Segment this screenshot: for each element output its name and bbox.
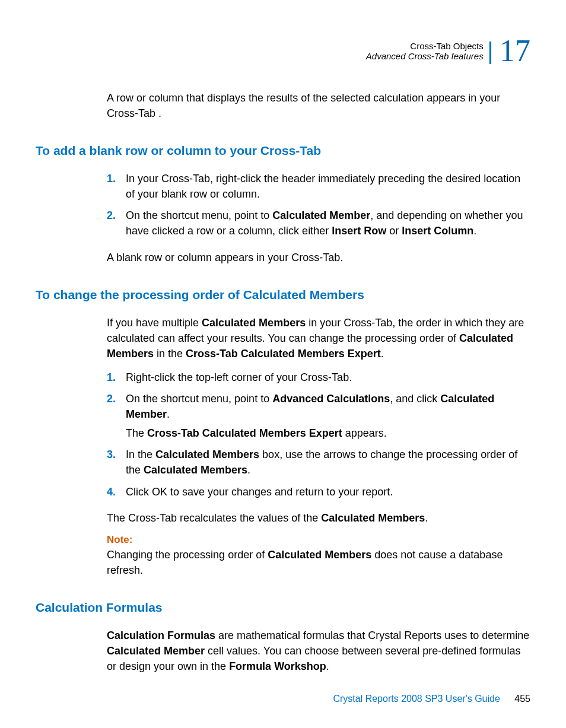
section-heading-calc-formulas: Calculation Formulas (36, 600, 530, 615)
step-sub-text: The Cross-Tab Calculated Members Expert … (126, 425, 530, 441)
step-text: On the shortcut menu, point to Calculate… (126, 209, 523, 237)
step-item: 4. Click OK to save your changes and ret… (107, 484, 530, 500)
step-text: Right-click the top-left corner of your … (126, 371, 352, 383)
page-footer: Crystal Reports 2008 SP3 User's Guide 45… (333, 694, 530, 704)
page-header: Cross-Tab Objects Advanced Cross-Tab fea… (36, 36, 530, 66)
step-number: 2. (107, 391, 116, 406)
section-paragraph: Calculation Formulas are mathematical fo… (107, 628, 530, 674)
steps-list: 1. Right-click the top-left corner of yo… (107, 370, 530, 500)
steps-list: 1. In your Cross-Tab, right-click the he… (107, 171, 530, 239)
header-subtitle: Advanced Cross-Tab features (366, 51, 484, 61)
section-heading-processing-order: To change the processing order of Calcul… (36, 288, 530, 302)
step-text: In your Cross-Tab, right-click the heade… (126, 173, 520, 200)
step-number: 4. (107, 484, 116, 500)
chapter-number: 17 (500, 36, 530, 66)
note-text: Changing the processing order of Calcula… (107, 547, 530, 578)
header-chapter-title: Cross-Tab Objects (410, 41, 483, 51)
step-text: On the shortcut menu, point to Advanced … (126, 393, 494, 420)
intro-paragraph: A row or column that displays the result… (107, 90, 530, 121)
footer-page-number: 455 (514, 694, 530, 704)
section-heading-add-blank: To add a blank row or column to your Cro… (36, 144, 530, 158)
step-item: 3. In the Calculated Members box, use th… (107, 447, 530, 478)
result-paragraph: A blank row or column appears in your Cr… (107, 250, 530, 265)
step-item: 2. On the shortcut menu, point to Advanc… (107, 391, 530, 441)
note-label: Note: (107, 534, 530, 546)
step-item: 1. In your Cross-Tab, right-click the he… (107, 171, 530, 202)
step-item: 2. On the shortcut menu, point to Calcul… (107, 208, 530, 239)
step-text: In the Calculated Members box, use the a… (126, 449, 517, 476)
result-paragraph: The Cross-Tab recalculates the values of… (107, 510, 530, 526)
step-item: 1. Right-click the top-left corner of yo… (107, 370, 530, 385)
step-number: 2. (107, 208, 116, 223)
intro-paragraph: If you have multiple Calculated Members … (107, 315, 530, 361)
step-number: 3. (107, 447, 116, 462)
step-number: 1. (107, 370, 116, 385)
step-text: Click OK to save your changes and return… (126, 486, 393, 498)
footer-guide-title: Crystal Reports 2008 SP3 User's Guide (333, 694, 500, 704)
step-number: 1. (107, 171, 116, 186)
header-divider: | (487, 39, 493, 63)
